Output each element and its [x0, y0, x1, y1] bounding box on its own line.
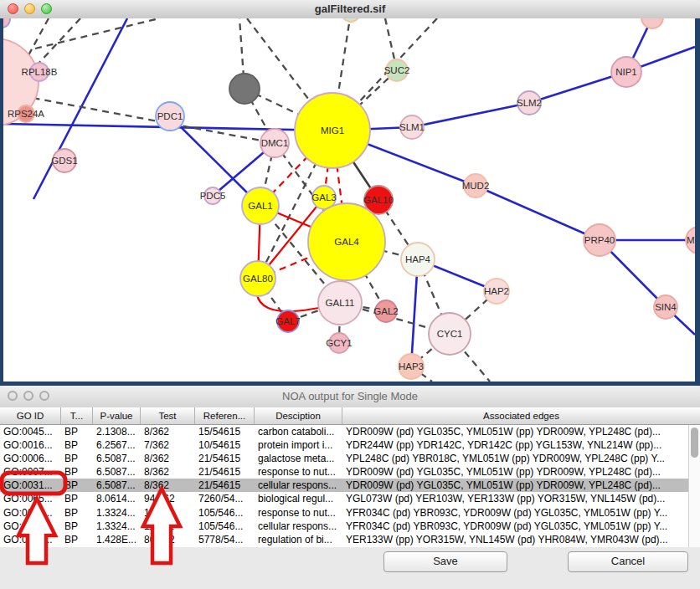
- network-canvas[interactable]: MSL1RPL18BRPS24APDC1GDS1DMC1MIG1SUC2SLM1…: [3, 18, 695, 382]
- cell-p_value: 1.3324...: [93, 520, 141, 533]
- cell-edges: YDR009W (pd) YGL035C, YML051W (pp) YDR00…: [342, 465, 688, 479]
- node-label-HAP3: HAP3: [399, 361, 424, 371]
- cell-type: BP: [61, 438, 93, 452]
- cell-type: BP: [61, 533, 93, 546]
- cell-description: cellular respons...: [255, 479, 342, 492]
- table-row[interactable]: GO:0016...BP6.2567...7/36210/54615protei…: [0, 438, 700, 452]
- cell-go_id: GO:0031...: [0, 479, 61, 492]
- cell-type: BP: [61, 492, 93, 505]
- cell-test: 8/362: [141, 479, 195, 492]
- cell-test: 11/362: [141, 506, 195, 520]
- node-label-PDC1: PDC1: [157, 111, 183, 121]
- scrollbar-thumb[interactable]: [691, 428, 698, 458]
- node-label-GAL80: GAL80: [243, 274, 273, 284]
- network-edge: [28, 18, 49, 55]
- column-header-type[interactable]: T...: [61, 407, 93, 424]
- cell-reference: 21/54615: [195, 465, 255, 479]
- cell-edges: YDR009W (pd) YGL035C, YML051W (pp) YDR00…: [342, 425, 688, 438]
- cell-go_id: GO:0016...: [0, 438, 61, 452]
- cell-test: 8/362: [141, 452, 195, 465]
- node-label-GCY1: GCY1: [326, 338, 352, 348]
- cell-test: 8/362: [141, 465, 195, 479]
- network-edge: [37, 18, 80, 65]
- cell-edges: YER133W (pp) YOR315W, YNL145W (pd) YHR08…: [342, 533, 688, 546]
- table-scrollbar[interactable]: [688, 425, 700, 547]
- column-header-test[interactable]: Test: [141, 407, 195, 424]
- cell-type: BP: [61, 465, 93, 479]
- network-svg: MSL1RPL18BRPS24APDC1GDS1DMC1MIG1SUC2SLM1…: [3, 18, 695, 382]
- cell-reference: 5778/54...: [195, 533, 255, 546]
- node-label-RPL18B: RPL18B: [22, 67, 58, 77]
- cell-edges: YDR009W (pd) YGL035C, YML051W (pp) YDR00…: [342, 479, 688, 492]
- network-edge: [35, 18, 159, 49]
- cell-description: galactose meta...: [255, 452, 342, 465]
- cell-p_value: 1.3324...: [93, 506, 141, 520]
- noa-window-title: NOA output for Single Mode: [0, 386, 700, 407]
- noa-window: NOA output for Single Mode GO IDT...P-va…: [0, 386, 700, 589]
- table-row[interactable]: GO:0031...BP1.3324...11/362105/546...res…: [0, 506, 700, 520]
- network-edge: [476, 186, 600, 240]
- cell-go_id: GO:0050...: [0, 533, 61, 546]
- column-header-description[interactable]: Desciption: [255, 407, 342, 424]
- cell-description: cellular respons...: [255, 520, 342, 533]
- node-gray-node[interactable]: [229, 74, 260, 104]
- table-row[interactable]: GO:0031...BP6.5087...8/36221/54615cellul…: [0, 479, 700, 492]
- cell-test: 7/362: [141, 438, 195, 452]
- column-header-p_value[interactable]: P-value: [93, 407, 141, 424]
- cell-test: 11/362: [141, 520, 195, 533]
- cell-p_value: 6.2567...: [93, 438, 141, 452]
- node-label-GAL4: GAL4: [334, 237, 359, 247]
- node-label-GAL7: GAL7: [275, 316, 300, 326]
- cell-p_value: 1.428E...: [93, 533, 141, 546]
- cell-edges: YFR034C (pd) YBR093C, YDR009W (pd) YGL03…: [342, 506, 688, 520]
- cell-description: protein import i...: [255, 438, 342, 452]
- cell-reference: 7260/54...: [195, 492, 255, 505]
- cell-go_id: GO:0007...: [0, 465, 61, 479]
- cell-test: 80/362: [141, 533, 195, 546]
- cell-description: carbon cataboli...: [255, 425, 342, 438]
- cell-edges: YFR034C (pd) YBR093C, YDR009W (pd) YGL03…: [342, 520, 688, 533]
- table-row[interactable]: GO:0065...BP8.0614...94/3627260/54...bio…: [0, 492, 700, 505]
- cell-description: biological regul...: [255, 492, 342, 505]
- save-button[interactable]: Save: [383, 551, 507, 572]
- node-blob-corner[interactable]: [3, 18, 10, 28]
- table-header: GO IDT...P-valueTestReferen...Desciption…: [0, 407, 700, 425]
- node-label-RPS24A: RPS24A: [8, 109, 44, 119]
- node-label-SIN4: SIN4: [655, 302, 677, 312]
- column-header-go_id[interactable]: GO ID: [0, 407, 61, 424]
- cell-test: 94/362: [141, 492, 195, 505]
- cell-description: response to nut...: [255, 465, 342, 479]
- node-label-NIP1: NIP1: [615, 67, 637, 77]
- cancel-button[interactable]: Cancel: [568, 551, 688, 572]
- table-body: GO:0045...BP2.1308...8/36215/54615carbon…: [0, 425, 700, 547]
- node-pink-top[interactable]: [641, 18, 663, 28]
- window-title: galFiltered.sif: [0, 3, 700, 15]
- table-row[interactable]: GO:0006...BP6.5087...8/36221/54615galact…: [0, 452, 700, 465]
- node-label-GAL10: GAL10: [363, 195, 394, 205]
- cell-reference: 21/54615: [195, 479, 255, 492]
- cell-test: 8/362: [141, 425, 195, 438]
- cell-go_id: GO:0065...: [0, 492, 61, 505]
- column-header-reference[interactable]: Referen...: [195, 407, 255, 424]
- cell-edges: YGL073W (pd) YER103W, YER133W (pp) YOR31…: [342, 492, 688, 505]
- node-label-GDS1: GDS1: [51, 156, 77, 166]
- cell-p_value: 8.0614...: [93, 492, 141, 505]
- cell-description: regulation of bi...: [255, 533, 342, 546]
- node-label-CYC1: CYC1: [437, 329, 463, 339]
- cell-reference: 105/546...: [195, 520, 255, 533]
- cell-p_value: 6.5087...: [93, 479, 141, 492]
- table-row[interactable]: GO:0031...BP1.3324...11/362105/546...cel…: [0, 520, 700, 533]
- network-window-titlebar: galFiltered.sif: [0, 0, 700, 19]
- column-header-edges[interactable]: Associated edges: [342, 407, 700, 424]
- cell-p_value: 2.1308...: [93, 425, 141, 438]
- node-green-top[interactable]: [342, 18, 360, 22]
- cell-go_id: GO:0031...: [0, 506, 61, 520]
- table-row[interactable]: GO:0007...BP6.5087...8/36221/54615respon…: [0, 465, 700, 479]
- cell-reference: 21/54615: [195, 452, 255, 465]
- node-label-GAL2: GAL2: [373, 306, 398, 316]
- table-row[interactable]: GO:0045...BP2.1308...8/36215/54615carbon…: [0, 425, 700, 438]
- cell-edges: YPL248C (pd) YBR018C, YML051W (pp) YDR00…: [342, 452, 688, 465]
- node-label-PRP40: PRP40: [584, 235, 615, 245]
- cell-description: response to nut...: [255, 506, 342, 520]
- table-row[interactable]: GO:0050...BP1.428E...80/3625778/54...reg…: [0, 533, 700, 546]
